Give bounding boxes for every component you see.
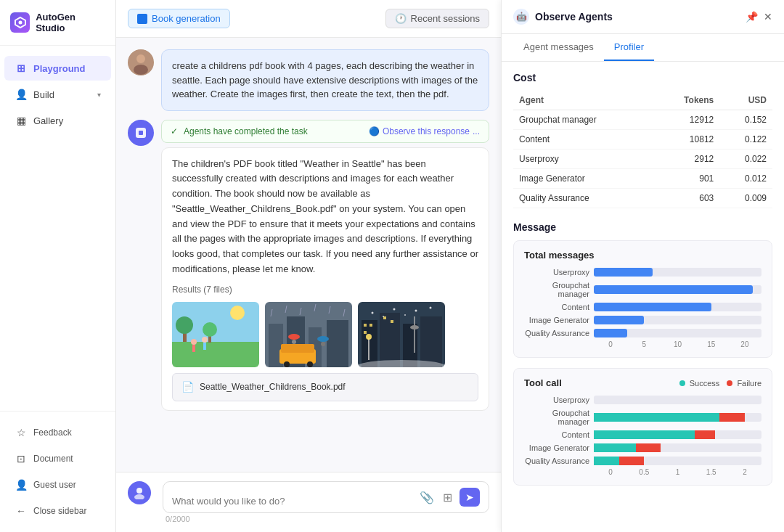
message-bar-chart: Userproxy Groupchat manager Content Imag… [524, 268, 761, 337]
agent-name: Content [513, 130, 654, 150]
tab-agent-messages[interactable]: Agent messages [513, 34, 604, 61]
bar-label: Content [524, 430, 589, 439]
axis-label: 10 [661, 340, 694, 348]
user-message-row: create a childrens pdf book with 4 pages… [128, 49, 489, 111]
tab-icon [137, 14, 147, 24]
chat-header: Book generation 🕐 Recent sessions [116, 0, 501, 38]
usd-amount: 0.009 [719, 189, 772, 208]
bar-row: Groupchat manager [524, 409, 761, 426]
cost-section-title: Cost [513, 72, 772, 83]
observe-panel-header: 🤖 Observe Agents 📌 ✕ [502, 0, 784, 34]
send-button[interactable]: ➤ [460, 488, 480, 507]
playground-icon: ⊞ [15, 62, 28, 74]
failure-seg [695, 430, 716, 439]
sidebar: AutoGen Studio ⊞ Playground 👤 Build ▾ ▦ … [0, 0, 116, 532]
task-complete-label: Agents have completed the task [184, 126, 308, 136]
success-seg [594, 430, 695, 439]
observe-title-icon: 🤖 [513, 9, 529, 25]
total-messages-chart: Total messages Userproxy Groupchat manag… [513, 240, 772, 358]
observe-panel-title: Observe Agents [535, 11, 740, 22]
bar-row: Groupchat manager [524, 281, 761, 298]
svg-point-49 [366, 334, 372, 340]
image-thumb-3 [358, 302, 445, 367]
sidebar-item-label-gallery: Gallery [33, 115, 63, 126]
autogen-logo-icon [10, 12, 30, 33]
feedback-icon: ☆ [15, 427, 28, 438]
bar-track [594, 430, 761, 439]
chat-input-area: 📎 ⊞ ➤ 0/2000 [116, 472, 501, 532]
svg-rect-25 [281, 344, 314, 353]
document-icon: ⊡ [15, 453, 28, 465]
bar-track [594, 316, 761, 324]
chevron-down-icon: ▾ [97, 91, 101, 99]
failure-label: Failure [737, 379, 761, 388]
sidebar-item-playground[interactable]: ⊞ Playground [4, 56, 111, 81]
sidebar-item-label-guest: Guest user [33, 480, 76, 490]
bar-label: Quality Assurance [524, 329, 589, 337]
user-icon: 👤 [15, 479, 28, 491]
user-avatar [128, 49, 154, 75]
sidebar-item-close-sidebar[interactable]: ← Close sidebar [4, 499, 111, 523]
tab-profiler[interactable]: Profiler [604, 34, 654, 61]
col-usd: USD [719, 91, 772, 110]
axis-label: 0 [594, 340, 627, 348]
bar-label: Userproxy [524, 268, 589, 277]
svg-rect-47 [391, 320, 393, 323]
svg-point-4 [134, 65, 148, 75]
observe-header-actions: 📌 ✕ [746, 11, 772, 22]
bar-label: Groupchat manager [524, 281, 589, 298]
chat-messages: create a childrens pdf book with 4 pages… [116, 38, 501, 472]
observe-body: Cost Agent Tokens USD Groupchat manager … [502, 62, 784, 532]
grid-button[interactable]: ⊞ [441, 489, 454, 506]
bar-label: Image Generator [524, 443, 589, 452]
clock-icon: 🕐 [395, 13, 407, 24]
sidebar-item-feedback[interactable]: ☆ Feedback [4, 420, 111, 445]
bar-track [594, 329, 761, 337]
table-row: Quality Assurance 603 0.009 [513, 189, 772, 208]
svg-rect-40 [380, 313, 400, 367]
recent-sessions-button[interactable]: 🕐 Recent sessions [385, 9, 489, 28]
success-seg [594, 443, 636, 452]
token-count: 12912 [654, 110, 719, 130]
tool-call-legend: Success Failure [679, 379, 761, 388]
bar-row: Content [524, 430, 761, 439]
token-count: 603 [654, 189, 719, 208]
sidebar-item-document[interactable]: ⊡ Document [4, 446, 111, 471]
sidebar-item-gallery[interactable]: ▦ Gallery [4, 108, 111, 133]
char-count: 0/2000 [163, 515, 489, 523]
bar-row: Image Generator [524, 443, 761, 452]
bar-track [594, 457, 761, 465]
user-message-bubble: create a childrens pdf book with 4 pages… [161, 49, 489, 111]
build-icon: 👤 [15, 89, 28, 100]
observe-response-button[interactable]: 🔵 Observe this response ... [369, 126, 480, 136]
bar-fill [594, 285, 753, 294]
sidebar-item-label-feedback: Feedback [33, 427, 72, 438]
sidebar-item-guest-user[interactable]: 👤 Guest user [4, 472, 111, 497]
svg-rect-42 [420, 316, 442, 367]
task-complete-bar: ✓ Agents have completed the task 🔵 Obser… [161, 120, 489, 143]
axis-label: 5 [627, 340, 661, 348]
attachment-button[interactable]: 📎 [418, 489, 436, 506]
close-panel-button[interactable]: ✕ [764, 11, 772, 22]
bar-track [594, 413, 761, 422]
sidebar-item-label-document: Document [33, 454, 73, 464]
bot-avatar [128, 120, 154, 146]
sidebar-item-label-close: Close sidebar [33, 506, 86, 516]
svg-point-56 [404, 314, 406, 316]
chat-tab-book-generation[interactable]: Book generation [128, 9, 230, 28]
axis-label: 20 [728, 340, 761, 348]
bar-fill [594, 268, 653, 277]
bar-row: Content [524, 303, 761, 311]
close-sidebar-icon: ← [15, 505, 28, 517]
failure-seg [619, 457, 645, 465]
bar-row: Quality Assurance [524, 329, 761, 337]
failure-seg [719, 413, 745, 422]
pin-button[interactable]: 📌 [746, 11, 758, 22]
pdf-attachment[interactable]: 📄 Seattle_Weather_Childrens_Book.pdf [172, 373, 478, 401]
stacked-bar-fill [594, 457, 644, 465]
bar-label: Groupchat manager [524, 409, 589, 426]
usd-amount: 0.152 [719, 110, 772, 130]
sidebar-item-build[interactable]: 👤 Build ▾ [4, 82, 111, 107]
chat-input[interactable] [172, 496, 418, 507]
axis-label: 0.5 [627, 468, 661, 476]
